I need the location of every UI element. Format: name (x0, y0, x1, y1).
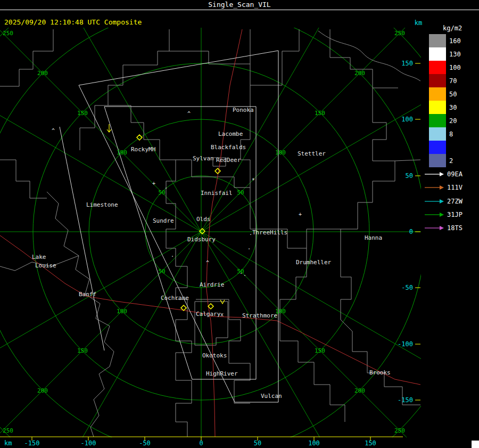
right-axis-label: 150 (401, 60, 413, 67)
city-label: Olds (196, 216, 211, 223)
colorbar-title: kg/m2 (443, 25, 462, 32)
range-ring-label: 50 (158, 189, 165, 196)
town-marker: . (247, 245, 251, 250)
colorbar-label: 100 (449, 64, 461, 71)
town-marker: + (152, 181, 155, 186)
right-axis-label: -100 (398, 340, 413, 348)
radar-app-window: Single_Scan_VIL 2025/09/20 12:10:48 UTC … (0, 0, 479, 448)
city-label: Ponoka (233, 107, 254, 113)
colorbar-swatch (429, 101, 446, 114)
city-label: Blackfalds (211, 144, 246, 151)
radar-id-label: 27ZW (447, 198, 463, 205)
city-label: Calgary (196, 311, 221, 317)
town-marker: + (299, 211, 302, 217)
city-label: Hanna (365, 234, 382, 241)
town-marker: ^ (206, 260, 209, 266)
bottom-axis-label: 150 (365, 439, 376, 447)
city-label: Innisfail (201, 190, 233, 197)
range-ring-label: 100 (275, 308, 286, 315)
colorbar-label: 30 (449, 104, 457, 111)
colorbar-swatch (429, 154, 446, 167)
town-marker: x (220, 312, 224, 317)
right-axis-label: 50 (406, 172, 413, 180)
colorbar-swatch (429, 141, 446, 154)
range-ring-label: 200 (354, 387, 365, 394)
city-label: Sundre (153, 217, 174, 224)
radar-id-label: 31JP (447, 211, 463, 218)
bottom-axis-label: -100 (81, 439, 96, 447)
colorbar-label: 8 (449, 131, 453, 138)
radar-id-label: 18TS (447, 224, 463, 232)
city-label: Limestone (86, 201, 118, 208)
colorbar-swatch (429, 34, 446, 47)
city-label: Lacombe (218, 131, 243, 137)
bottom-axis-label: -50 (139, 439, 151, 447)
city-label: Stettler (298, 150, 326, 157)
colorbar-label: 130 (449, 51, 461, 58)
city-label: Lake (32, 254, 46, 260)
resize-grip[interactable] (472, 441, 479, 448)
colorbar-label: 70 (449, 77, 457, 85)
bottom-axis-label: 100 (308, 439, 320, 447)
bottom-axis-unit: km (4, 439, 12, 447)
colorbar-label: 160 (449, 37, 461, 45)
scan-timestamp: 2025/09/20 12:10:48 UTC Composite (4, 18, 142, 26)
town-marker: * (252, 177, 255, 183)
right-axis-label: -50 (401, 284, 413, 291)
city-label: Strathmore (242, 312, 277, 319)
city-label: HighRiver (206, 370, 238, 377)
city-label: Drumheller (296, 259, 332, 266)
range-ring-label: 200 (354, 70, 365, 77)
colorbar-swatch (429, 127, 446, 141)
range-ring-label: 250 (3, 427, 13, 434)
range-ring-label: 250 (394, 30, 405, 37)
radar-id-label: 111V (447, 184, 463, 191)
range-ring-label: 150 (315, 110, 325, 117)
range-ring-label: 100 (117, 149, 127, 156)
colorbar-swatch (429, 87, 446, 101)
city-label: Brooks (369, 369, 391, 376)
town-marker: . (171, 252, 174, 258)
colorbar-label: 2 (449, 157, 453, 165)
colorbar-label: 20 (449, 117, 457, 125)
city-label: Sylvan (193, 155, 214, 162)
range-ring-label: 150 (315, 347, 325, 354)
radar-id-label: 09EA (447, 170, 463, 178)
range-ring-label: 100 (275, 149, 286, 156)
radar-map: ^ ^ + . * + . . . . ^ x . Ponoka Lacombe… (0, 0, 479, 448)
range-ring-label: 50 (237, 268, 244, 275)
city-label: Vulcan (261, 393, 282, 400)
city-label: ThreeHills (252, 229, 287, 236)
range-ring-label: 200 (37, 387, 48, 394)
bottom-axis-label: 50 (254, 439, 261, 447)
bottom-axis-label: -150 (24, 439, 40, 447)
town-marker: ^ (52, 128, 55, 134)
range-ring-label: 150 (77, 110, 88, 117)
range-ring-label: 250 (394, 427, 405, 434)
colorbar-label: 50 (449, 91, 457, 98)
bottom-axis-label: 0 (199, 439, 203, 447)
vertical-axis-unit: km (415, 19, 422, 27)
window-title: Single_Scan_VIL (208, 1, 271, 9)
city-label: RedDeer (216, 157, 241, 164)
range-ring-label: 200 (37, 70, 48, 77)
colorbar-swatch (429, 74, 446, 87)
range-ring-label: 150 (77, 347, 88, 354)
range-ring-label: 50 (237, 189, 244, 196)
city-label: RockyMH (131, 146, 155, 153)
town-marker: ^ (187, 111, 191, 117)
city-label: Airdrie (200, 281, 224, 288)
range-ring-label: 100 (117, 308, 127, 315)
city-label: Didsbury (187, 236, 216, 243)
city-label: Louise (35, 262, 56, 269)
city-label: Banff (79, 291, 96, 298)
colorbar-swatch (429, 114, 446, 127)
range-ring-label: 50 (158, 268, 165, 275)
right-axis-label: -150 (398, 396, 413, 404)
colorbar-swatch (429, 61, 446, 74)
right-axis-label: 0 (409, 228, 413, 235)
city-label: Okotoks (202, 352, 227, 359)
colorbar-swatch (429, 47, 446, 61)
right-axis-label: 100 (401, 116, 413, 123)
range-ring-label: 250 (3, 30, 13, 37)
